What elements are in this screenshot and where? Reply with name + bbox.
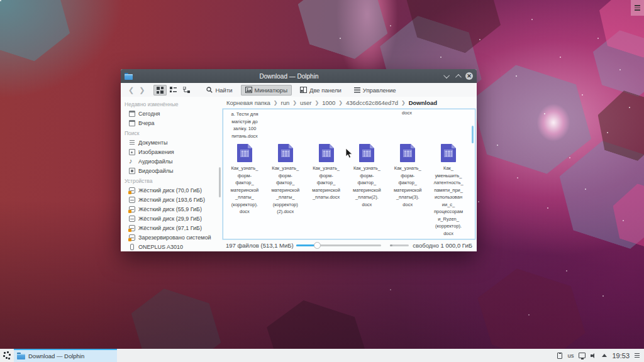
places-panel: Недавно изменённые Сегодня <box>121 97 221 251</box>
sidebar-item[interactable]: Сегодня <box>121 109 221 118</box>
find-button[interactable]: Найти <box>202 85 236 96</box>
image-icon <box>245 87 252 93</box>
sidebar-item[interactable]: Изображения <box>121 147 221 156</box>
file-item[interactable]: Как_ уменьшить_ латентность_ памяти_при_… <box>428 144 469 237</box>
sidebar-item-icon <box>130 244 134 250</box>
file-item[interactable]: Как_узнать_ форм- фактор_ материнской _п… <box>387 144 428 237</box>
back-button[interactable]: ❮ <box>126 86 136 94</box>
tree-view-button[interactable] <box>180 85 193 96</box>
details-view-button[interactable] <box>167 85 180 96</box>
breadcrumb: Корневая папка ❯ run ❯ user ❯ 1000 ❯ 436… <box>221 97 477 109</box>
close-button[interactable]: ✕ <box>465 72 473 80</box>
file-item[interactable]: Как_узнать_ форм- фактор_ материнской _п… <box>347 144 387 237</box>
desktop-toolbox-button[interactable] <box>631 0 644 16</box>
titlebar[interactable]: Download — Dolphin ✕ <box>121 69 477 83</box>
sidebar-item[interactable]: Поиск <box>121 128 221 138</box>
docx-file-icon <box>400 144 415 162</box>
maximize-icon <box>455 74 462 80</box>
display-tray-icon[interactable] <box>579 353 586 358</box>
file-item[interactable]: Как_узнать_ форм- фактор_ материнской _п… <box>306 144 347 237</box>
sidebar-item[interactable]: Документы <box>121 138 221 147</box>
sidebar-item-label: Жёсткий диск (193,6 ГиБ) <box>138 197 205 203</box>
breadcrumb-item[interactable]: run <box>281 99 290 106</box>
breadcrumb-item[interactable]: Корневая папка <box>226 99 270 106</box>
sidebar-item-icon <box>129 216 135 222</box>
free-space-bar <box>390 244 409 246</box>
icons-view-icon <box>157 87 164 94</box>
sidebar-item-label: Недавно изменённые <box>125 101 179 107</box>
split-view-icon <box>300 87 307 93</box>
fileview-scrollbar[interactable] <box>472 126 474 143</box>
breadcrumb-separator-icon: ❯ <box>274 100 278 106</box>
breadcrumb-item[interactable]: user <box>300 99 311 106</box>
sidebar-item[interactable]: Жёсткий диск (55,9 ГиБ) <box>121 204 221 214</box>
tray-expander-icon[interactable] <box>602 354 607 357</box>
sidebar-item-icon <box>129 149 135 155</box>
file-item[interactable]: Как_узнать_ форм- фактор_ материнской _п… <box>225 144 265 237</box>
sidebar-item-icon <box>129 158 135 165</box>
app-launcher-button[interactable] <box>0 349 14 362</box>
zoom-slider-handle[interactable] <box>314 242 321 249</box>
taskbar-task-dolphin[interactable]: Download — Dolphin <box>14 349 117 362</box>
desktop-wallpaper: Download — Dolphin ✕ ❮ ❯ <box>0 0 644 362</box>
sidebar-item[interactable]: Видеофайлы <box>121 166 221 175</box>
file-name: Как_узнать_ форм- фактор_ материнской _п… <box>231 165 259 216</box>
sidebar-item-icon <box>129 197 135 203</box>
volume-tray-icon[interactable] <box>591 353 597 359</box>
sidebar-item-label: Сегодня <box>138 111 160 117</box>
maximize-button[interactable] <box>455 73 460 80</box>
find-label: Найти <box>215 87 232 94</box>
sidebar-item[interactable]: Жёсткий диск (97,1 ГиБ) <box>121 223 221 233</box>
thumbnails-button[interactable]: Миниатюры <box>241 85 292 96</box>
sidebar-item[interactable]: Вчера <box>121 118 221 128</box>
breadcrumb-item[interactable]: 436dcc62c864ed7d <box>346 99 398 106</box>
file-item-fragment[interactable]: docx <box>387 110 427 116</box>
docx-file-icon <box>237 144 252 162</box>
sidebar-scrollbar[interactable] <box>219 167 221 197</box>
clock[interactable]: 19:53 <box>612 352 630 359</box>
zoom-slider[interactable] <box>296 244 381 246</box>
docx-file-icon <box>359 144 374 162</box>
sidebar-item-label: Зарезервировано системой <box>138 234 211 241</box>
sidebar-item[interactable]: Недавно изменённые <box>121 99 221 109</box>
breadcrumb-separator-icon: ❯ <box>314 100 319 106</box>
file-view[interactable]: a. Тести для магістрів до заліку. 100 пи… <box>223 109 475 239</box>
sidebar-item-label: ONEPLUS A3010 <box>138 244 183 250</box>
clipboard-tray-icon[interactable] <box>557 353 562 359</box>
split-view-button[interactable]: Две панели <box>296 85 346 96</box>
sidebar-item[interactable]: Устройства <box>121 175 221 185</box>
file-name: Как_узнать_ форм- фактор_ материнской _п… <box>353 165 381 208</box>
mounted-badge-icon <box>128 238 131 241</box>
sidebar-item[interactable]: ONEPLUS A3010 <box>121 242 221 251</box>
minimize-button[interactable] <box>445 73 450 80</box>
sidebar-item-label: Жёсткий диск (70,0 ГиБ) <box>138 187 202 194</box>
details-view-icon <box>170 87 177 94</box>
search-icon <box>206 87 213 93</box>
breadcrumb-item[interactable]: 1000 <box>322 99 335 106</box>
sidebar-item[interactable]: Жёсткий диск (29,9 ГиБ) <box>121 214 221 223</box>
sidebar-item[interactable]: Жёсткий диск (193,6 ГиБ) <box>121 195 221 204</box>
breadcrumb-item[interactable]: Download <box>409 99 437 106</box>
sidebar-item[interactable]: Зарезервировано системой <box>121 233 221 242</box>
file-name: Как_узнать_ форм- фактор_ материнской _п… <box>312 165 340 201</box>
forward-button[interactable]: ❯ <box>136 86 147 94</box>
dolphin-task-icon <box>17 353 25 359</box>
icons-view-button[interactable] <box>153 85 167 96</box>
panel-menu-icon[interactable] <box>635 353 640 358</box>
keyboard-layout-indicator[interactable]: us <box>567 352 574 359</box>
wallpaper-stars <box>0 0 1 1</box>
thumbnails-label: Миниатюры <box>255 87 287 94</box>
breadcrumb-separator-icon: ❯ <box>401 100 406 106</box>
sidebar-item[interactable]: Жёсткий диск (70,0 ГиБ) <box>121 185 221 195</box>
file-item[interactable]: a. Тести для магістрів до заліку. 100 пи… <box>225 111 265 140</box>
task-label: Download — Dolphin <box>28 353 84 359</box>
control-menu-button[interactable]: Управление <box>350 85 401 96</box>
hamburger-icon <box>354 87 360 93</box>
sidebar-item-label: Жёсткий диск (55,9 ГиБ) <box>138 206 202 212</box>
sidebar-item-label: Аудиофайлы <box>138 158 173 165</box>
status-bar: 197 файлов (513,1 МиБ) свободно 1 000,0 … <box>221 239 477 251</box>
file-item[interactable]: Как_узнать_ форм- фактор_ материнской _п… <box>265 144 306 237</box>
sidebar-item-label: Устройства <box>125 178 152 184</box>
control-menu-label: Управление <box>363 87 396 94</box>
sidebar-item[interactable]: Аудиофайлы <box>121 156 221 166</box>
